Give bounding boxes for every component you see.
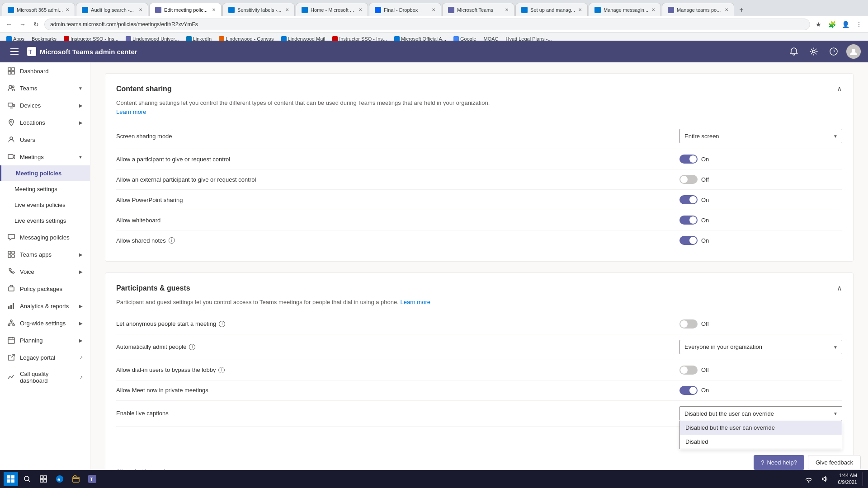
sidebar-item-analytics-reports[interactable]: Analytics & reports ▶ <box>0 297 90 314</box>
help-icon[interactable]: ? <box>826 44 841 59</box>
tab-close[interactable]: ✕ <box>359 7 362 12</box>
sidebar-item-meeting-settings[interactable]: Meeting settings <box>0 181 90 197</box>
tab-teams[interactable]: Microsoft Teams ✕ <box>442 3 514 16</box>
live-captions-option-disabled[interactable]: Disabled <box>680 435 842 449</box>
allow-powerpoint-toggle[interactable] <box>679 195 698 204</box>
sidebar-item-meeting-policies[interactable]: Meeting policies <box>0 165 90 181</box>
extensions-button[interactable]: 🧩 <box>826 19 837 30</box>
allow-shared-notes-toggle-wrap: On <box>679 236 842 245</box>
participants-guests-learn-more[interactable]: Learn more <box>400 299 430 305</box>
svg-text:T: T <box>28 48 32 55</box>
address-bar[interactable]: admin.teams.microsoft.com/policies/meeti… <box>44 19 810 30</box>
tab-favicon <box>155 7 161 13</box>
dial-in-bypass-toggle[interactable] <box>679 366 698 375</box>
sidebar-item-devices[interactable]: Devices ▶ <box>0 97 90 114</box>
tab-home[interactable]: Home - Microsoft ... ✕ <box>296 3 368 16</box>
dashboard-icon <box>7 67 15 75</box>
taskbar-clock[interactable]: 1:44 AM 6/9/2021 <box>834 472 861 486</box>
tab-close[interactable]: ✕ <box>578 7 582 12</box>
taskbar-show-desktop-button[interactable] <box>863 472 864 486</box>
profile-button[interactable]: 👤 <box>840 19 851 30</box>
notifications-icon[interactable] <box>787 44 801 59</box>
forward-button[interactable]: → <box>17 19 28 30</box>
reload-button[interactable]: ↻ <box>31 19 42 30</box>
tab-label: Sensitivity labels -... <box>237 7 281 13</box>
tab-sensitivity[interactable]: Sensitivity labels -... ✕ <box>222 3 295 16</box>
tab-edit-meeting[interactable]: Edit meeting polic... ✕ <box>149 3 222 16</box>
sidebar-item-legacy-portal[interactable]: Legacy portal ↗ <box>0 349 90 366</box>
content-sharing-collapse-button[interactable]: ∧ <box>837 84 842 93</box>
allow-shared-notes-toggle[interactable] <box>679 236 698 245</box>
tab-dropbox[interactable]: Final - Dropbox ✕ <box>369 3 441 16</box>
new-tab-button[interactable]: + <box>735 4 748 16</box>
screen-sharing-mode-value: Entire screen <box>684 133 719 140</box>
user-avatar[interactable] <box>846 44 861 59</box>
menu-button[interactable]: ⋮ <box>854 19 864 30</box>
sidebar-item-locations[interactable]: Locations ▶ <box>0 114 90 131</box>
dial-in-bypass-info-icon[interactable]: i <box>218 367 225 373</box>
allow-shared-notes-info-icon[interactable]: i <box>169 237 175 244</box>
screen-sharing-mode-trigger[interactable]: Entire screen ▼ <box>679 129 842 143</box>
toggle-thumb <box>689 237 697 244</box>
tab-close[interactable]: ✕ <box>505 7 509 12</box>
give-feedback-button[interactable]: Give feedback <box>808 455 861 470</box>
sidebar-item-dashboard[interactable]: Dashboard <box>0 62 90 80</box>
participants-guests-collapse-button[interactable]: ∧ <box>837 284 842 292</box>
meet-now-private-toggle[interactable] <box>679 386 698 395</box>
tab-audit[interactable]: Audit log search -... ✕ <box>76 3 148 16</box>
hamburger-menu-button[interactable] <box>7 44 22 59</box>
allow-external-give-control-toggle[interactable] <box>679 175 698 184</box>
taskbar-taskview-button[interactable] <box>36 472 51 486</box>
anon-start-info-icon[interactable]: i <box>219 321 225 327</box>
sidebar-item-users[interactable]: Users <box>0 131 90 148</box>
tab-favicon <box>8 7 14 13</box>
taskbar-edge-button[interactable]: e <box>52 472 67 486</box>
allow-give-control-toggle[interactable] <box>679 155 698 164</box>
sidebar-item-live-events-settings[interactable]: Live events settings <box>0 213 90 229</box>
taskbar-teams-button[interactable]: T <box>85 472 99 486</box>
auto-admit-trigger[interactable]: Everyone in your organization ▼ <box>679 340 842 354</box>
need-help-button[interactable]: ? Need help? <box>754 455 804 470</box>
tab-close[interactable]: ✕ <box>725 7 728 12</box>
sidebar-item-call-quality-dashboard[interactable]: Call quality dashboard ↗ <box>0 366 90 389</box>
analytics-icon <box>7 302 15 310</box>
sidebar-item-planning[interactable]: Planning ▶ <box>0 332 90 349</box>
dial-in-bypass-label: Allow dial-in users to bypass the lobby … <box>116 366 679 373</box>
sidebar-item-meetings[interactable]: Meetings ▼ <box>0 148 90 165</box>
sidebar-item-voice[interactable]: Voice ▶ <box>0 263 90 280</box>
tab-messaging[interactable]: Manage messagin... ✕ <box>589 3 661 16</box>
sidebar-item-messaging-policies[interactable]: Messaging policies <box>0 229 90 246</box>
sidebar-item-org-wide-settings[interactable]: Org-wide settings ▶ <box>0 314 90 332</box>
svg-rect-33 <box>11 475 14 479</box>
tab-setup[interactable]: Set up and manag... ✕ <box>515 3 588 16</box>
back-button[interactable]: ← <box>4 19 14 30</box>
auto-admit-info-icon[interactable]: i <box>189 344 195 350</box>
tab-teams-pol[interactable]: Manage teams po... ✕ <box>662 3 734 16</box>
sidebar-item-live-events-policies[interactable]: Live events policies <box>0 197 90 213</box>
star-button[interactable]: ★ <box>813 19 824 30</box>
live-captions-trigger[interactable]: Disabled but the user can override ▼ <box>679 406 842 421</box>
content-sharing-learn-more[interactable]: Learn more <box>116 108 146 115</box>
tab-close[interactable]: ✕ <box>432 7 435 12</box>
taskbar-file-explorer-button[interactable] <box>69 472 83 486</box>
tab-close[interactable]: ✕ <box>212 7 216 12</box>
taskbar-volume-icon[interactable] <box>818 472 832 486</box>
start-button[interactable] <box>4 472 18 486</box>
sidebar-item-teams-apps[interactable]: Teams apps ▶ <box>0 246 90 263</box>
allow-whiteboard-toggle[interactable] <box>679 216 698 225</box>
settings-icon[interactable] <box>807 44 821 59</box>
tab-microsoft365[interactable]: Microsoft 365 admi... ✕ <box>2 3 75 16</box>
org-chevron-icon: ▶ <box>79 321 83 326</box>
tab-close[interactable]: ✕ <box>66 7 69 12</box>
taskbar-network-icon[interactable] <box>802 472 816 486</box>
live-captions-option-disabled-override[interactable]: Disabled but the user can override <box>680 421 842 435</box>
tab-close[interactable]: ✕ <box>139 7 142 12</box>
taskbar-search-button[interactable] <box>20 472 34 486</box>
taskbar: e T 1:44 AM 6/9/2021 <box>0 470 868 488</box>
tab-close[interactable]: ✕ <box>651 7 655 12</box>
allow-external-give-control-status: Off <box>701 176 709 183</box>
tab-close[interactable]: ✕ <box>285 7 289 12</box>
sidebar-item-teams[interactable]: Teams ▼ <box>0 80 90 97</box>
sidebar-item-policy-packages[interactable]: Policy packages <box>0 280 90 297</box>
anon-start-toggle[interactable] <box>679 319 698 328</box>
